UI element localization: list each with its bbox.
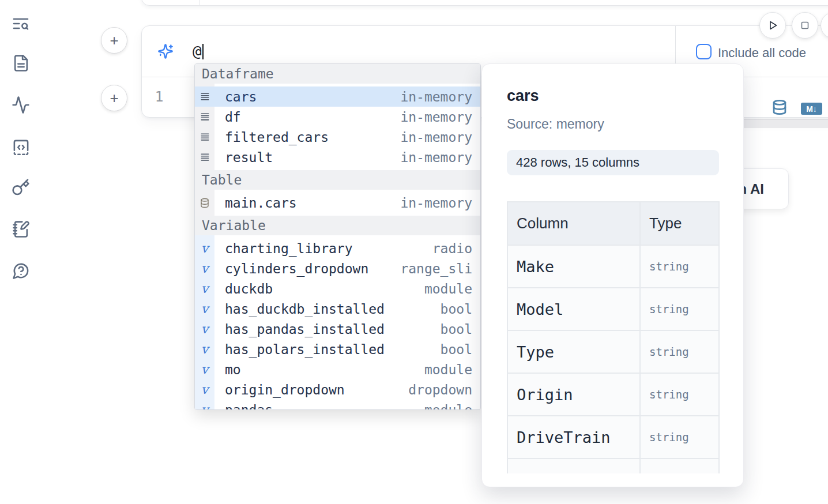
shape-badge: 428 rows, 15 columns [507,150,719,175]
add-cell-button-bottom[interactable]: + [101,85,127,111]
text-search-icon[interactable] [11,14,31,33]
stop-cell-button[interactable] [792,12,818,39]
item-detail: bool [441,342,480,357]
autocomplete-item[interactable]: vhas_duckdb_installedbool [195,299,480,319]
autocomplete-item[interactable]: dfin-memory [195,107,480,127]
item-detail: in-memory [400,130,480,145]
column-type-cell: string [649,388,689,401]
item-detail: in-memory [400,110,480,125]
column-name-cell: Type [517,343,554,361]
database-icon [195,198,214,208]
autocomplete-section-header: Table [195,170,480,190]
database-icon[interactable] [771,99,788,116]
autocomplete-item[interactable]: vcylinders_dropdownrange_sli [195,258,480,279]
file-text-icon[interactable] [11,53,31,73]
autocomplete-item[interactable]: main.carsin-memory [195,193,480,213]
column-name-cell: Model [517,300,563,318]
autocomplete-dropdown[interactable]: Dataframecarsin-memorydfin-memoryfiltere… [194,63,481,410]
dataframe-icon [195,111,214,122]
key-icon[interactable] [11,178,31,197]
variable-icon: v [195,343,214,356]
item-detail: radio [432,241,480,256]
variable-icon: v [195,262,214,275]
item-detail: dropdown [408,382,480,397]
autocomplete-item[interactable]: vduckdbmodule [195,279,480,299]
dataframe-icon [195,152,214,163]
dataframe-icon [195,91,214,102]
column-type-cell: string [649,260,689,273]
autocomplete-item[interactable]: vhas_polars_installedbool [195,339,480,359]
preview-title: cars [507,87,539,105]
variable-icon: v [195,363,214,376]
variable-icon: v [195,323,214,336]
autocomplete-item[interactable]: filtered_carsin-memory [195,127,480,147]
autocomplete-item[interactable]: resultin-memory [195,147,480,167]
run-cell-button[interactable] [759,12,786,39]
item-detail: bool [441,302,480,317]
schema-table: Column Type MakestringModelstringTypestr… [507,201,720,473]
activity-icon[interactable] [11,95,31,115]
item-detail: module [424,281,480,296]
schema-table-row: Makestring [508,245,718,287]
item-name: has_polars_installed [225,342,385,357]
item-name: charting_library [225,241,353,256]
autocomplete-item[interactable]: vhas_pandas_installedbool [195,319,480,339]
notebook-pen-icon[interactable] [11,219,31,239]
variable-icon: v [195,242,214,255]
schema-table-header: Column Type [508,202,718,245]
dataframe-preview-panel: cars Source: memory 428 rows, 15 columns… [481,63,744,487]
item-detail: bool [441,322,480,337]
item-name: has_duckdb_installed [225,302,385,317]
schema-table-row: Originstring [508,373,718,415]
include-all-code-checkbox[interactable] [696,44,712,59]
item-detail: in-memory [400,89,480,104]
item-detail: module [424,362,480,377]
schema-table-row: DriveTrainstring [508,415,718,458]
item-name: duckdb [225,281,273,296]
text-cursor [202,44,204,59]
autocomplete-section-header: Dataframe [195,64,480,84]
ai-prompt-input[interactable]: @ [193,43,204,60]
item-name: result [225,150,273,165]
item-name: mo [225,362,241,377]
type-header: Type [641,202,718,245]
item-detail: in-memory [400,150,480,165]
item-detail: in-memory [400,195,480,210]
scratchpad-code-icon[interactable] [11,137,31,157]
add-cell-button-top[interactable]: + [101,27,127,54]
variable-icon: v [195,283,214,295]
dataframe-icon [195,131,214,142]
schema-table-row: Modelstring [508,287,718,330]
previous-cell-edge [141,0,828,6]
item-name: has_pandas_installed [225,322,385,337]
schema-table-row: Typestring [508,330,718,373]
column-name-cell: DriveTrain [517,428,611,446]
column-type-cell: string [649,303,689,315]
item-name: cars [225,89,257,104]
item-detail: module [424,403,480,411]
autocomplete-item[interactable]: vmomodule [195,359,480,379]
item-name: pandas [225,403,273,411]
markdown-convert-icon[interactable]: M↓ [801,103,822,115]
autocomplete-item[interactable]: vpandasmodule [195,400,480,410]
column-name-cell: Origin [517,386,573,404]
variable-icon: v [195,404,214,411]
autocomplete-item[interactable]: carsin-memory [195,86,480,107]
include-all-code-label: Include all code [718,46,806,61]
autocomplete-item[interactable]: vcharting_libraryradio [195,238,480,258]
item-name: cylinders_dropdown [225,261,368,276]
variable-icon: v [195,303,214,315]
help-chat-icon[interactable] [11,261,31,280]
schema-table-row-partial [508,458,718,473]
sparkles-icon [157,43,174,59]
preview-source: Source: memory [507,116,604,132]
item-name: df [225,110,241,125]
variable-icon: v [195,383,214,396]
autocomplete-item[interactable]: vorigin_dropdowndropdown [195,379,480,400]
column-header: Column [508,202,641,245]
item-name: origin_dropdown [225,382,345,397]
stop-icon [798,18,812,32]
item-detail: range_sli [400,261,480,276]
play-icon [766,18,780,32]
column-type-cell: string [649,345,689,358]
